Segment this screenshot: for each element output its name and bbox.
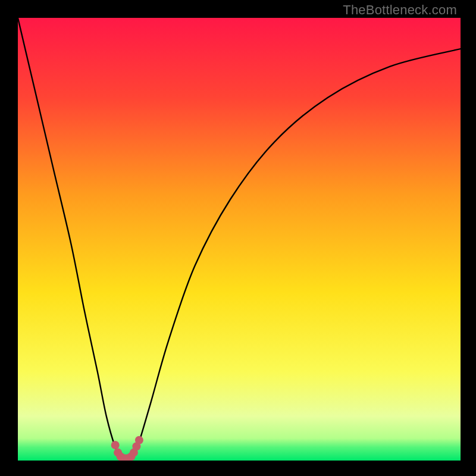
optimal-marker (111, 436, 143, 461)
marker-dot (135, 436, 143, 444)
curve-layer (18, 18, 461, 461)
chart-frame: TheBottleneck.com (0, 0, 476, 476)
marker-dot (111, 441, 120, 449)
bottleneck-curve (18, 18, 461, 461)
watermark-text: TheBottleneck.com (343, 2, 457, 18)
plot-area (18, 18, 461, 461)
